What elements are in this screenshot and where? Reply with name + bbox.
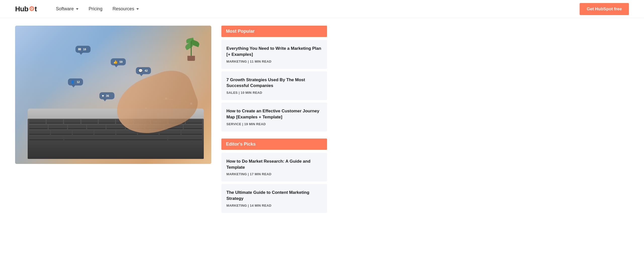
key: [106, 125, 125, 129]
key: [64, 136, 167, 140]
chevron-down-icon: [76, 8, 78, 10]
social-bubble-email: ✉ 18: [75, 46, 91, 53]
editors-picks-header: Editor's Picks: [221, 139, 327, 150]
editors-picks-section: Editor's Picks How to Do Market Research…: [221, 139, 327, 213]
hubspot-logo[interactable]: Hub⚙t: [15, 5, 37, 13]
article-meta: MARKETING | 17 MIN READ: [226, 172, 322, 176]
key: [99, 119, 115, 123]
article-card-2[interactable]: 7 Growth Strategies Used By The Most Suc…: [221, 71, 327, 100]
key: [81, 119, 98, 123]
plant-pot: [187, 56, 195, 61]
nav-links: Software Pricing Resources: [52, 4, 580, 14]
logo-text: Hub⚙t: [15, 5, 37, 13]
nav-pricing[interactable]: Pricing: [85, 4, 106, 14]
key: [168, 136, 202, 140]
social-bubble-user: 👤 12: [68, 78, 83, 85]
sidebar: Most Popular Everything You Need to Writ…: [221, 26, 327, 215]
article-card-4[interactable]: How to Do Market Research: A Guide and T…: [221, 153, 327, 182]
article-meta: SALES | 10 MIN READ: [226, 91, 322, 95]
article-card-3[interactable]: How to Create an Effective Customer Jour…: [221, 103, 327, 131]
key: [29, 125, 48, 129]
key: [29, 136, 63, 140]
article-title: How to Create an Effective Customer Jour…: [226, 108, 322, 120]
article-card-5[interactable]: The Ultimate Guide to Content Marketing …: [221, 184, 327, 213]
article-title: The Ultimate Guide to Content Marketing …: [226, 190, 322, 202]
main-container: ✉ 18 👍 59 👤 12 💬 42 ♥ 36: [0, 18, 644, 215]
social-bubble-like: 👍 59: [111, 58, 126, 65]
email-icon: ✉: [78, 47, 81, 51]
hero-image: ✉ 18 👍 59 👤 12 💬 42 ♥ 36: [15, 26, 211, 164]
article-meta: MARKETING | 11 MIN READ: [226, 60, 322, 63]
key-row: [28, 130, 204, 135]
nav-resources[interactable]: Resources: [108, 4, 143, 14]
most-popular-header: Most Popular: [221, 26, 327, 37]
key-row: [28, 135, 204, 141]
article-title: Everything You Need to Write a Marketing…: [226, 46, 322, 58]
plant-stem: [191, 41, 192, 56]
key: [68, 125, 87, 129]
article-card-1[interactable]: Everything You Need to Write a Marketing…: [221, 40, 327, 69]
article-title: How to Do Market Research: A Guide and T…: [226, 158, 322, 170]
bubble-count: 59: [119, 60, 123, 63]
hubspot-sprocket-icon: ⚙: [29, 5, 34, 13]
key: [181, 130, 202, 134]
key: [94, 130, 115, 134]
key: [51, 130, 72, 134]
key: [186, 119, 202, 123]
bubble-count: 36: [106, 94, 109, 97]
nav-software[interactable]: Software: [52, 4, 83, 14]
article-title: 7 Growth Strategies Used By The Most Suc…: [226, 77, 322, 89]
bubble-count: 18: [83, 48, 86, 51]
key: [47, 119, 63, 123]
plant-decoration: [181, 31, 201, 61]
social-bubble-heart: ♥ 36: [99, 92, 114, 99]
heart-icon: ♥: [102, 94, 104, 98]
key: [184, 125, 202, 129]
bubble-count: 42: [145, 69, 148, 72]
chevron-down-icon: [136, 8, 139, 10]
key: [64, 119, 80, 123]
article-meta: MARKETING | 14 MIN READ: [226, 204, 322, 207]
key: [49, 125, 67, 129]
social-bubble-comment: 💬 42: [136, 67, 151, 74]
bubble-count: 12: [77, 80, 80, 83]
hero-section: ✉ 18 👍 59 👤 12 💬 42 ♥ 36: [15, 26, 211, 215]
thumbsup-icon: 👍: [113, 60, 117, 64]
key: [73, 130, 94, 134]
key: [29, 130, 50, 134]
key: [29, 119, 46, 123]
comment-icon: 💬: [138, 69, 143, 73]
navigation: Hub⚙t Software Pricing Resources Get Hub…: [0, 0, 644, 18]
article-meta: SERVICE | 19 MIN READ: [226, 122, 322, 126]
get-hubspot-free-button[interactable]: Get HubSpot free: [580, 3, 629, 15]
key: [87, 125, 106, 129]
person-icon: 👤: [70, 80, 75, 84]
key: [159, 130, 180, 134]
